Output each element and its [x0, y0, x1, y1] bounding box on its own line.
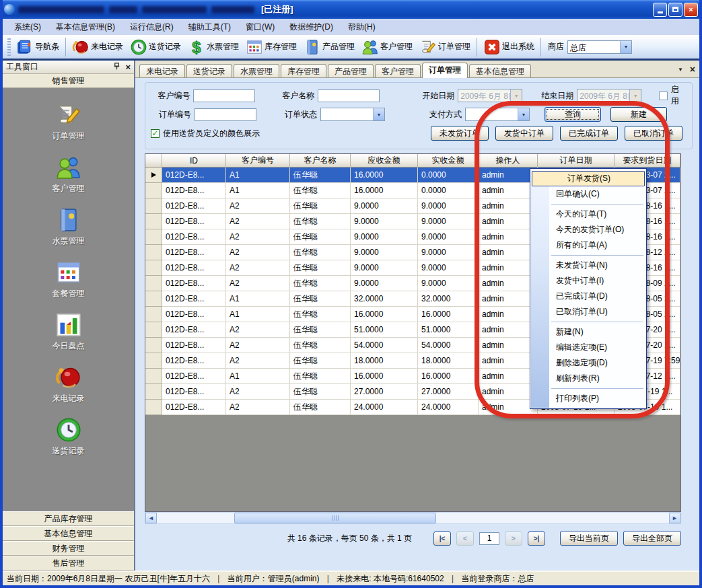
context-menu-item-unshipped-orders[interactable]: 未发货订单(N)	[530, 258, 646, 273]
sidebar-item-customer[interactable]: 客户管理	[52, 154, 85, 194]
order-status-select[interactable]: ▼	[320, 108, 385, 121]
toolbar-grip[interactable]	[7, 38, 11, 56]
context-menu-item-delete-selected[interactable]: 删除选定项(D)	[530, 355, 646, 371]
tab-water-ticket[interactable]: 水票管理	[234, 64, 279, 77]
export-all-pages-button[interactable]: 导出全部页	[623, 531, 681, 546]
next-page-button[interactable]: >	[505, 531, 522, 546]
toolbar-button-customer[interactable]: 客户管理	[358, 37, 416, 57]
row-selector[interactable]	[145, 338, 162, 353]
context-menu-item-shipping-orders[interactable]: 发货中订单(I)	[530, 273, 646, 289]
status-filter-button-1[interactable]: 发货中订单	[495, 126, 553, 141]
sidebar-item-order[interactable]: 订单管理	[52, 102, 85, 142]
row-selector[interactable]	[145, 384, 162, 400]
context-menu-item-all-orders[interactable]: 所有的订单(A)	[530, 237, 646, 253]
column-header-3[interactable]: 应收金额	[351, 154, 418, 168]
color-checkbox[interactable]: ✓	[151, 129, 160, 138]
customer-name-input[interactable]	[318, 89, 380, 102]
column-header-2[interactable]: 客户名称	[290, 154, 351, 168]
tab-customer[interactable]: 客户管理	[375, 64, 421, 77]
context-menu-item-cancelled-orders[interactable]: 已取消订单(U)	[530, 304, 646, 320]
column-header-5[interactable]: 操作人	[479, 154, 538, 168]
context-menu-item-today-orders[interactable]: 今天的订单(T)	[530, 207, 646, 222]
sidebar-item-package[interactable]: 套餐管理	[52, 259, 85, 299]
menu-item-5[interactable]: 数据维护(D)	[282, 20, 341, 35]
row-selector[interactable]	[145, 214, 162, 229]
status-filter-button-2[interactable]: 已完成订单	[560, 126, 618, 141]
row-selector[interactable]	[145, 168, 162, 183]
chevron-down-icon[interactable]: ▼	[678, 67, 683, 73]
sidebar-section-basic-info[interactable]: 基本信息管理	[3, 526, 134, 541]
tab-order[interactable]: 订单管理	[422, 63, 468, 78]
context-menu-item-print-list[interactable]: 打印列表(P)	[530, 391, 646, 406]
prev-page-button[interactable]: <	[456, 531, 474, 546]
row-selector[interactable]	[145, 276, 162, 291]
tab-call-records[interactable]: 来电记录	[139, 64, 185, 77]
context-menu-item-ship-order[interactable]: 订单发货(S)	[532, 171, 645, 186]
context-menu-item-confirm-receipt[interactable]: 回单确认(C)	[530, 186, 646, 202]
toolbar-button-order[interactable]: 订单管理	[416, 37, 474, 57]
toolbar-button-navbar[interactable]: 导航条	[13, 37, 63, 57]
maximize-button[interactable]	[668, 3, 682, 17]
page-input[interactable]	[479, 532, 499, 545]
payment-select[interactable]: ▼	[465, 108, 530, 121]
row-selector[interactable]	[145, 307, 162, 322]
pin-icon[interactable]	[112, 62, 121, 73]
sidebar-item-water-ticket[interactable]: 水票管理	[52, 207, 85, 247]
chevron-down-icon[interactable]: ▼	[373, 108, 384, 120]
row-selector[interactable]	[145, 229, 162, 245]
chevron-down-icon[interactable]: ▼	[518, 108, 529, 120]
toolbar-button-water-ticket[interactable]: $水票管理	[184, 37, 242, 57]
menu-item-1[interactable]: 基本信息管理(B)	[48, 20, 122, 35]
context-menu-item-refresh-list[interactable]: 刷新列表(R)	[530, 371, 646, 386]
scrollbar-thumb[interactable]	[234, 513, 436, 523]
horizontal-scrollbar[interactable]: ◄ ►	[145, 512, 681, 524]
start-date-picker[interactable]: 2009年 6月 8日 ▼	[458, 89, 522, 102]
sidebar-section-after-sales[interactable]: 售后管理	[3, 556, 134, 571]
first-page-button[interactable]: |<	[433, 531, 451, 546]
row-selector[interactable]	[145, 369, 162, 384]
tab-product[interactable]: 产品管理	[328, 64, 374, 77]
customer-no-input[interactable]	[193, 89, 255, 102]
context-menu-item-edit-selected[interactable]: 编辑选定项(E)	[530, 340, 646, 355]
export-current-page-button[interactable]: 导出当前页	[560, 531, 618, 546]
shop-select[interactable]: 总店 ▼	[567, 40, 632, 54]
query-button[interactable]: 查询	[545, 107, 601, 122]
context-menu-item-new[interactable]: 新建(N)	[530, 324, 646, 340]
column-header-7[interactable]: 要求到货日期	[615, 154, 680, 168]
enable-checkbox[interactable]: ✓	[659, 91, 668, 100]
row-selector[interactable]	[145, 322, 162, 338]
column-header-0[interactable]: ID	[162, 154, 226, 168]
menu-item-0[interactable]: 系统(S)	[7, 20, 48, 35]
status-filter-button-0[interactable]: 未发货订单	[431, 126, 489, 141]
row-selector[interactable]	[145, 400, 162, 415]
sidebar-item-daily-check[interactable]: 今日盘点	[52, 311, 85, 352]
order-no-input[interactable]	[195, 108, 256, 121]
row-selector[interactable]	[145, 353, 162, 369]
row-selector[interactable]	[145, 291, 162, 307]
sidebar-section-product-inventory[interactable]: 产品库存管理	[3, 511, 134, 526]
sidebar-item-delivery-records[interactable]: 送货记录	[52, 416, 85, 457]
tab-inventory[interactable]: 库存管理	[281, 64, 326, 77]
close-tab-icon[interactable]: ×	[690, 65, 695, 74]
column-header-6[interactable]: 订单日期	[538, 154, 615, 168]
sidebar-section-sales[interactable]: 销售管理	[3, 74, 134, 88]
toolbar-button-inventory[interactable]: 库存管理	[242, 37, 300, 57]
last-page-button[interactable]: >|	[528, 531, 545, 546]
scroll-left-icon[interactable]: ◄	[145, 513, 157, 523]
sidebar-item-call-records[interactable]: 来电记录	[52, 364, 85, 404]
menu-item-3[interactable]: 辅助工具(T)	[181, 20, 238, 35]
status-filter-button-3[interactable]: 已取消订单	[625, 126, 682, 141]
context-menu-item-completed-orders[interactable]: 已完成订单(D)	[530, 289, 646, 304]
toolbar-button-exit[interactable]: 退出系统	[480, 37, 538, 57]
row-selector[interactable]	[145, 245, 162, 260]
row-selector[interactable]	[145, 198, 162, 214]
scroll-right-icon[interactable]: ►	[669, 513, 680, 523]
toolbar-button-product[interactable]: 产品管理	[300, 37, 358, 57]
toolbar-button-delivery-records[interactable]: 送货记录	[127, 37, 184, 57]
tab-delivery-records[interactable]: 送货记录	[186, 64, 232, 77]
column-header-4[interactable]: 实收金额	[418, 154, 479, 168]
toolbar-button-call-records[interactable]: 来电记录	[69, 37, 127, 57]
tab-basic-info[interactable]: 基本信息管理	[469, 64, 531, 77]
menu-item-4[interactable]: 窗口(W)	[238, 20, 282, 35]
menu-item-2[interactable]: 运行信息(R)	[122, 20, 181, 35]
